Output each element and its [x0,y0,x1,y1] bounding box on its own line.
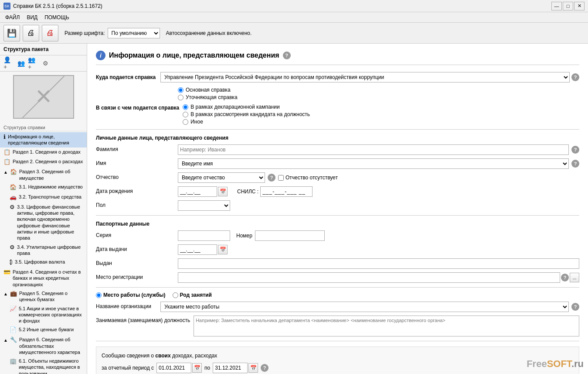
other-radio[interactable] [183,119,188,125]
tree-item-label: 3.4. Утилитарные цифровые права [17,244,84,257]
org-name-help-button[interactable]: ? [571,303,579,311]
close-button[interactable]: ✕ [574,2,585,10]
tree-item-section3-3[interactable]: ⚙ 3.3. Цифровые финансовые активы, цифро… [0,202,87,243]
add-group-icon[interactable]: 👥 [16,58,26,69]
issue-date-row: Дата выдачи 📅 [96,244,579,255]
candidate-radio-label[interactable]: В рамках рассмотрения кандидата на должн… [183,111,310,117]
occupation-label[interactable]: Род занятий [173,292,212,298]
tree-item-section1[interactable]: 📋 Раздел 1. Сведения о доходах [0,148,87,158]
work-place-radio[interactable] [96,292,102,298]
work-place-text: Место работы (службы) [103,292,166,298]
menu-file[interactable]: ФАЙЛ [2,14,23,21]
gender-select[interactable] [178,200,230,211]
org-name-row: Название организации Укажите место работ… [96,302,579,312]
number-input[interactable] [255,230,325,241]
period-from-cal[interactable]: 📅 [192,363,202,373]
snils-input[interactable] [260,186,313,197]
reg-input[interactable] [178,272,560,283]
tree-item-label: Раздел 3. Сведения об имуществе [19,168,84,181]
add-person-icon[interactable]: 👤+ [3,58,14,69]
gender-row: Пол [96,200,579,211]
period-to-input[interactable] [213,363,248,373]
osnovnaya-radio-label[interactable]: Основная справка [178,87,238,93]
report-after-bold1: доходах, расходах [172,353,217,359]
patronymic-input[interactable]: Введите отчество [178,172,265,183]
family-help-button[interactable]: ? [571,146,579,154]
divider-2 [96,215,579,216]
menu-help[interactable]: ПОМОЩЬ [41,14,72,21]
save-button[interactable]: 💾 [3,25,20,41]
tree-item-section6-1[interactable]: 🏢 6.1. Объекты недвижимого имущества, на… [0,357,87,374]
font-size-select[interactable]: По умолчанию [108,28,160,38]
period-help-button[interactable]: ? [261,364,269,372]
section2-icon: 📋 [3,158,10,166]
tree-item-section2[interactable]: 📋 Раздел 2. Сведения о расходах [0,157,87,167]
declar-radio[interactable] [183,104,188,110]
tree-item-section3-4[interactable]: ⚙ 3.4. Утилитарные цифровые права [0,243,87,258]
tree-item-section3-5[interactable]: ₿ 3.5. Цифровая валюта [0,257,87,268]
tree-item-info[interactable]: ℹ Информация о лице, представляющем свед… [0,132,87,148]
patronymic-absent-label[interactable]: Отчество отсутствует [278,175,338,181]
tree-item-section3-2[interactable]: 🚗 3.2. Транспортные средства [0,192,87,202]
occupation-radio[interactable] [173,292,178,298]
tree-item-section5[interactable]: ▲ 💼 Раздел 5. Сведения о ценных бумагах [0,289,87,304]
minimize-button[interactable]: — [551,2,562,10]
series-input[interactable] [178,230,230,241]
kuda-select[interactable]: Управление Президента Российской Федерац… [160,72,570,82]
divider-4 [96,341,579,341]
group-manage-icon[interactable]: 👥+ [28,58,38,69]
tree-item-section5-2[interactable]: 📄 5.2 Иные ценные бумаги [0,325,87,335]
dob-label: Дата рождения [96,186,174,194]
personal-data-heading: Личные данные лица, представляющего свед… [96,135,579,141]
passport-heading: Паспортные данные [96,221,579,227]
issued-by-label: Выдан [96,258,174,266]
tree-item-section3-1[interactable]: 🏠 3.1. Недвижимое имущество [0,182,87,192]
maximize-button[interactable]: □ [563,2,573,10]
period-from-input[interactable] [156,363,191,373]
section3-1-icon: 🏠 [10,184,17,191]
section3-2-icon: 🚗 [10,194,17,201]
dob-calendar-button[interactable]: 📅 [218,187,228,196]
reg-help-button[interactable]: ? [561,274,569,281]
section4-icon: 💳 [3,269,10,276]
name-input[interactable]: Введите имя [178,158,569,169]
position-textarea[interactable] [194,316,579,336]
utochn-radio-label[interactable]: Уточняющая справка [178,94,238,100]
work-place-label[interactable]: Место работы (службы) [96,292,166,298]
tree-header: Структура справки [0,124,87,131]
other-radio-text: Иное [190,119,203,125]
reg-row: Место регистрации ? ... [96,272,579,283]
patronymic-absent-checkbox[interactable] [278,175,284,181]
title-help-button[interactable]: ? [283,51,291,59]
reg-browse-button[interactable]: ... [570,273,579,282]
date-range-row: за отчетный период с 📅 по 📅 ? [102,363,574,373]
kuda-help-button[interactable]: ? [571,73,579,81]
menu-view[interactable]: ВИД [23,14,41,21]
other-radio-label[interactable]: Иное [183,119,310,125]
avatar: ✕ [13,75,74,119]
settings-icon[interactable]: ⚙ [40,58,51,69]
dob-input[interactable] [178,186,217,197]
tree-item-section5-1[interactable]: 📈 5.1 Акции и иное участие в коммерчески… [0,304,87,326]
name-help-button[interactable]: ? [571,160,579,168]
issue-date-input[interactable] [178,244,217,255]
declar-radio-label[interactable]: В рамках декларационной кампании [183,104,310,110]
patronymic-help-button[interactable]: ? [268,174,275,182]
tree-item-section6[interactable]: ▲ 🔧 Раздел 6. Сведения об обязательствах… [0,335,87,357]
font-size-wrapper: По умолчанию [108,28,160,38]
candidate-radio[interactable] [183,112,188,117]
osnovnaya-radio[interactable] [178,87,184,93]
report-bold1: своих [155,353,170,359]
tree-item-section3[interactable]: ▲ 🏠 Раздел 3. Сведения об имуществе [0,167,87,182]
family-input[interactable] [178,144,569,155]
section5-icon: 💼 [10,290,17,298]
org-name-input[interactable]: Укажите место работы [160,302,569,312]
tree-item-section4[interactable]: 💳 Раздел 4. Сведения о счетах в банках и… [0,268,87,289]
utochn-radio[interactable] [178,95,184,100]
kuda-label: Куда подается справка [96,74,157,80]
issued-by-input[interactable] [178,258,579,269]
issue-date-calendar-button[interactable]: 📅 [218,245,228,254]
period-to-cal[interactable]: 📅 [248,363,258,373]
print-red-button[interactable]: 🖨 [42,25,58,41]
print-button[interactable]: 🖨 [23,25,39,41]
